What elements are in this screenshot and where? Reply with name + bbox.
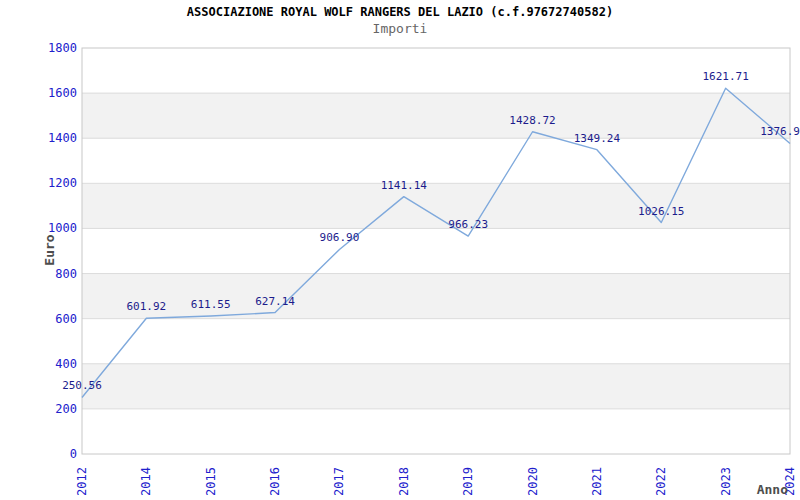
point-label: 1376.9 (760, 125, 800, 138)
point-label: 627.14 (255, 295, 295, 308)
x-tick-label: 2021 (590, 467, 604, 496)
y-axis-title: Euro (42, 234, 57, 265)
chart-container: ASSOCIAZIONE ROYAL WOLF RANGERS DEL LAZI… (0, 0, 800, 500)
x-tick-label: 2018 (397, 467, 411, 496)
y-tick-label: 800 (55, 267, 77, 281)
point-label: 601.92 (126, 300, 166, 313)
y-tick-label: 0 (70, 447, 77, 461)
point-label: 1349.24 (574, 132, 621, 145)
x-tick-label: 2015 (204, 467, 218, 496)
grid-bands (82, 93, 790, 409)
y-tick-label: 1000 (48, 221, 77, 235)
point-label: 1141.14 (381, 179, 428, 192)
y-tick-label: 600 (55, 312, 77, 326)
grid-band (82, 274, 790, 319)
x-tick-label: 2012 (75, 467, 89, 496)
x-tick-label: 2020 (526, 467, 540, 496)
grid-band (82, 93, 790, 138)
point-label: 966.23 (448, 218, 488, 231)
x-tick-label: 2014 (139, 467, 153, 496)
x-tick-label: 2022 (654, 467, 668, 496)
y-tick-label: 400 (55, 357, 77, 371)
x-axis-title: Anno (757, 482, 788, 497)
grid-band (82, 364, 790, 409)
x-axis-tick-labels: 2012201420152016201720182019202020212022… (75, 467, 797, 496)
line-chart-plot: 250.56601.92611.55627.14906.901141.14966… (0, 0, 800, 500)
y-tick-label: 1600 (48, 86, 77, 100)
point-label: 250.56 (62, 379, 102, 392)
y-tick-label: 1200 (48, 176, 77, 190)
x-tick-label: 2023 (719, 467, 733, 496)
point-label: 1428.72 (509, 114, 555, 127)
x-tick-label: 2016 (268, 467, 282, 496)
gridlines (82, 93, 790, 409)
x-tick-label: 2017 (332, 467, 346, 496)
point-label: 906.90 (320, 231, 360, 244)
y-tick-label: 1800 (48, 41, 77, 55)
point-label: 611.55 (191, 298, 231, 311)
point-label: 1026.15 (638, 205, 684, 218)
point-label: 1621.71 (702, 70, 748, 83)
y-tick-label: 1400 (48, 131, 77, 145)
x-tick-label: 2019 (461, 467, 475, 496)
y-tick-label: 200 (55, 402, 77, 416)
